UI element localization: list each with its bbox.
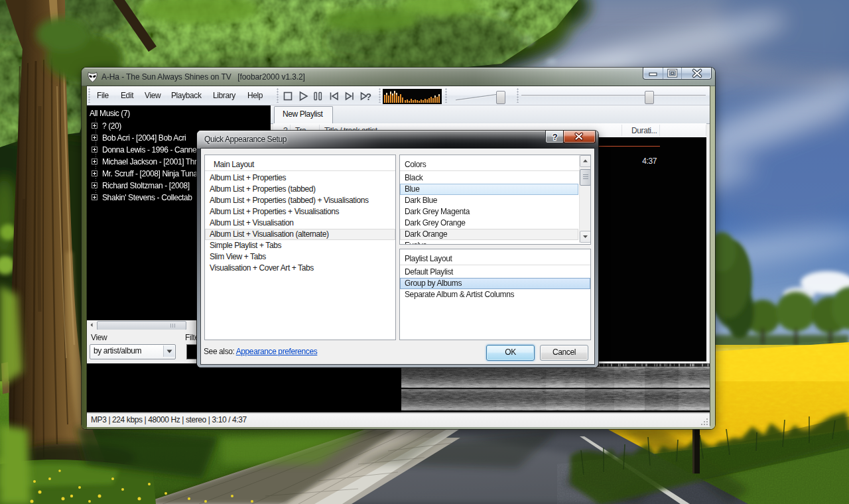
svg-text:?: ?	[366, 92, 371, 102]
svg-text:?: ?	[553, 132, 558, 142]
